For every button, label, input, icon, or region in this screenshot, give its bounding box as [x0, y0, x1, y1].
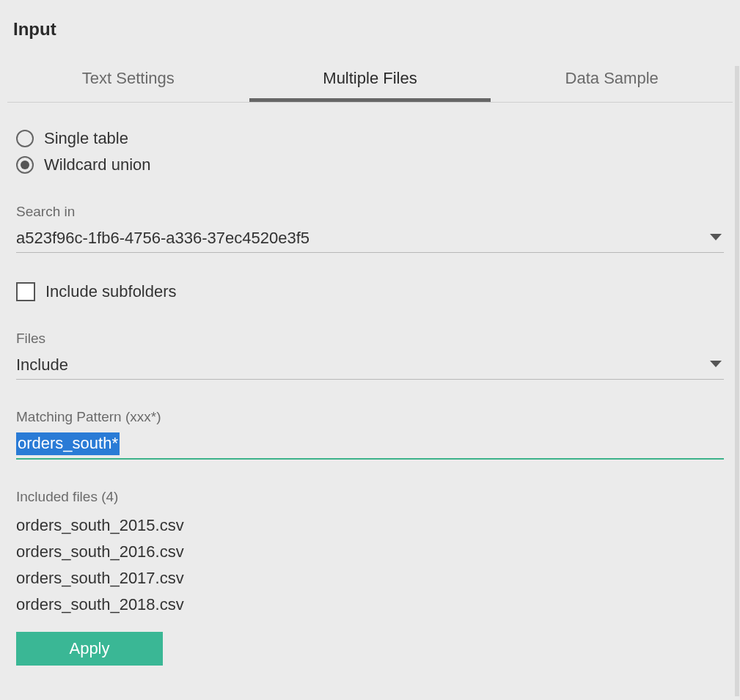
list-item: orders_south_2017.csv [16, 565, 724, 592]
checkbox-icon [16, 282, 35, 301]
radio-icon [16, 130, 34, 147]
files-filter-label: Files [16, 331, 724, 347]
tab-text-settings[interactable]: Text Settings [7, 60, 249, 102]
search-in-dropdown[interactable]: a523f96c-1fb6-4756-a336-37ec4520e3f5 [16, 227, 724, 253]
radio-single-table[interactable]: Single table [16, 129, 724, 148]
tab-data-sample[interactable]: Data Sample [491, 60, 733, 102]
radio-icon [16, 156, 34, 174]
included-files-list: orders_south_2015.csv orders_south_2016.… [16, 512, 724, 619]
matching-pattern-input[interactable]: orders_south* [16, 432, 724, 460]
included-files-label: Included files (4) [16, 489, 724, 505]
files-filter-dropdown[interactable]: Include [16, 354, 724, 380]
panel-title: Input [0, 0, 740, 40]
list-item: orders_south_2016.csv [16, 539, 724, 565]
matching-pattern-group: Matching Pattern (xxx*) orders_south* [16, 409, 724, 460]
scrollbar[interactable] [735, 66, 739, 696]
include-subfolders-label: Include subfolders [45, 282, 177, 301]
chevron-down-icon [709, 232, 722, 245]
tab-multiple-files[interactable]: Multiple Files [249, 60, 491, 102]
tabs-row: Text Settings Multiple Files Data Sample [7, 60, 733, 103]
radio-label: Single table [44, 129, 128, 148]
chevron-down-icon [709, 358, 722, 372]
files-filter-value: Include [16, 355, 68, 375]
search-in-group: Search in a523f96c-1fb6-4756-a336-37ec45… [16, 204, 724, 253]
search-in-value: a523f96c-1fb6-4756-a336-37ec4520e3f5 [16, 229, 309, 248]
included-files-group: Included files (4) orders_south_2015.csv… [16, 489, 724, 666]
files-filter-group: Files Include [16, 331, 724, 380]
radio-wildcard-union[interactable]: Wildcard union [16, 155, 724, 174]
tab-content: Single table Wildcard union Search in a5… [0, 103, 740, 666]
include-subfolders-checkbox[interactable]: Include subfolders [16, 282, 724, 301]
search-in-label: Search in [16, 204, 724, 220]
list-item: orders_south_2018.csv [16, 592, 724, 618]
radio-label: Wildcard union [44, 155, 151, 174]
matching-pattern-value: orders_south* [16, 432, 120, 455]
matching-pattern-label: Matching Pattern (xxx*) [16, 409, 724, 425]
apply-button[interactable]: Apply [16, 632, 163, 666]
list-item: orders_south_2015.csv [16, 512, 724, 539]
